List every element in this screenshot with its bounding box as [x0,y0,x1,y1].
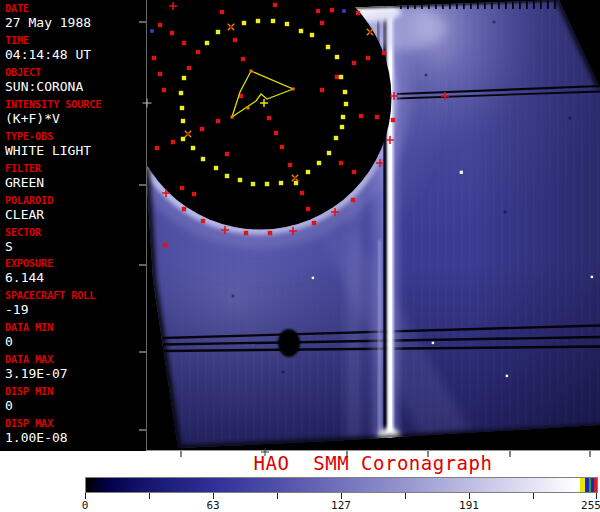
metadata-label: DATE [5,3,145,14]
star-marker-yellow [179,91,183,95]
star-marker-red [182,207,186,211]
fiducial-comb-mark [414,0,416,9]
star-marker-red [170,31,174,35]
fiducial-comb-mark [442,0,444,9]
star-marker-yellow [205,41,209,45]
star-marker-red [152,56,156,60]
colorbar-gradient [85,477,598,493]
star-marker-red [339,161,343,165]
star-marker-yellow [181,137,185,141]
metadata-label: DATA MAX [5,354,145,365]
colorbar-tick [533,493,534,499]
star-marker-yellow [180,106,184,110]
plus-marker-red [289,227,297,235]
plus-marker-red [162,189,170,197]
star-marker-red [158,23,162,27]
star-marker-red [192,192,196,196]
metadata-value: GREEN [5,175,145,190]
star-marker-red [280,145,284,149]
fiducial-comb-mark [505,0,507,9]
colorbar-tick [405,493,406,499]
metadata-field-polaroid: POLAROIDCLEAR [5,195,145,222]
metadata-label: TIME [5,35,145,46]
star-marker-red [225,152,229,156]
star-marker-yellow [343,90,347,94]
star-marker-red [201,219,205,223]
metadata-field-spacecraft-roll: SPACECRAFT ROLL-19 [5,290,145,317]
star-marker-red [241,57,245,61]
star-marker-red [391,118,395,122]
star-marker-red [158,72,162,76]
pylon-line [397,86,600,94]
fov-vertex-dot [250,70,253,73]
fov-vertex-dot [292,88,295,91]
star-marker-red [352,170,356,174]
plus-marker-red [390,92,398,100]
star-marker-yellow [265,182,269,186]
fiducial-comb-mark [512,0,514,9]
x-marker-orange [228,24,234,30]
blue-mark [342,9,346,13]
star-speck [591,276,593,278]
metadata-value: SUN:CORONA [5,79,145,94]
star-marker-red [239,94,243,98]
fov-vertex-dot [247,107,250,110]
x-marker-orange [367,29,373,35]
star-marker-yellow [335,55,339,59]
star-marker-yellow [214,166,218,170]
star-marker-yellow [238,178,242,182]
star-marker-red [273,3,277,7]
star-marker-red [375,115,379,119]
dark-blob [278,329,300,357]
star-marker-yellow [181,119,185,123]
metadata-value: 27 May 1988 [5,15,145,30]
star-marker-yellow [294,181,298,185]
metadata-value: 6.144 [5,270,145,285]
metadata-value: S [5,239,145,254]
star-marker-red [182,41,186,45]
metadata-value: 0 [5,398,145,413]
star-marker-red [366,56,370,60]
plus-marker-yellow [260,99,268,107]
metadata-field-filter: FILTERGREEN [5,163,145,190]
metadata-label: INTENSITY SOURCE [5,99,145,110]
pylon-line [397,92,600,99]
exposure-field [100,0,600,451]
metadata-value: CLEAR [5,207,145,222]
plus-marker-red [169,2,177,10]
streak-bright-line [387,5,394,446]
star-marker-yellow [182,76,186,80]
metadata-field-time: TIME04:14:48 UT [5,35,145,62]
fiducial-comb-mark [407,0,409,9]
star-speck [432,342,434,344]
metadata-label: FILTER [5,163,145,174]
fiducial-comb-mark [491,0,493,9]
star-marker-yellow [310,33,314,37]
star-marker-yellow [326,45,330,49]
metadata-field-disp-min: DISP MIN0 [5,386,145,413]
plot-axes [139,0,600,457]
star-marker-red [220,10,224,14]
fiducial-comb-mark [533,0,535,9]
star-marker-red [171,140,175,144]
metadata-field-date: DATE27 May 1988 [5,3,145,30]
blue-mark [150,29,154,33]
colorbar-label: 127 [331,499,351,512]
star-marker-yellow [285,22,289,26]
star-speck [506,375,508,377]
fiducial-comb-mark [428,0,430,9]
star-marker-yellow [216,30,220,34]
star-marker-red [382,51,386,55]
star-marker-yellow [334,136,338,140]
metadata-field-data-max: DATA MAX3.19E-07 [5,354,145,381]
star-marker-red [335,75,339,79]
star-marker-red [320,21,324,25]
colorbar-label: 0 [82,499,89,512]
metadata-label: DISP MIN [5,386,145,397]
colorbar-label: 191 [459,499,479,512]
streak-glow [366,4,404,447]
metadata-label: OBJECT [5,67,145,78]
metadata-value: (K+F)*V [5,111,145,126]
fiducial-comb-mark [526,0,528,9]
streak-dark-core [383,5,386,446]
